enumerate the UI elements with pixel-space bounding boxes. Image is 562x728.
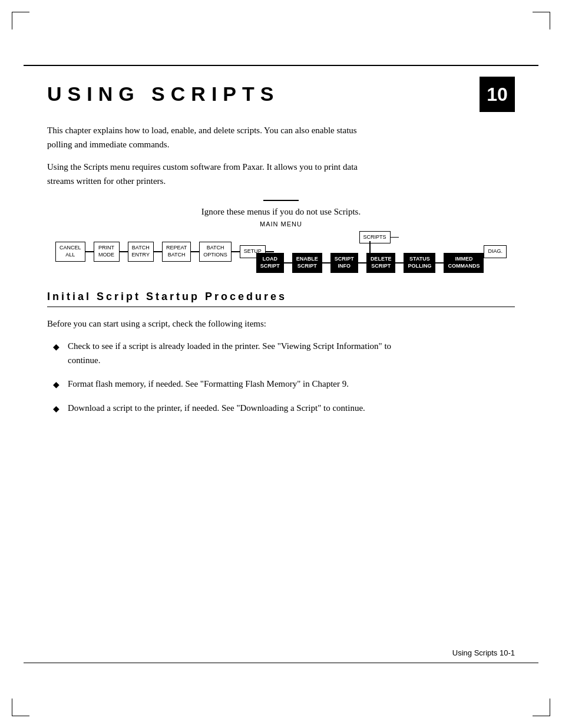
menu-box-immed-commands: IMMEDCOMMANDS — [444, 253, 484, 272]
corner-mark-tl — [12, 12, 29, 29]
corner-mark-tr — [533, 12, 550, 29]
connector-h — [191, 251, 199, 252]
connector-h — [232, 251, 240, 252]
footer-text: Using Scripts 10-1 — [452, 648, 515, 657]
menu-item-cancel-all: CANCELALL — [55, 242, 94, 261]
main-content: USING SCRIPTS This chapter explains how … — [47, 65, 515, 416]
bullet-text-1: Check to see if a script is already load… — [68, 339, 418, 367]
connector-h — [266, 251, 274, 252]
bullet-text-3: Download a script to the printer, if nee… — [68, 401, 365, 415]
connector-h — [120, 251, 128, 252]
bullet-list: ◆ Check to see if a script is already lo… — [53, 339, 515, 416]
ignore-notice: Ignore these menus if you do not use Scr… — [47, 207, 515, 217]
connector-h — [284, 262, 292, 263]
menu-item-print-mode: PRINTMODE — [94, 242, 128, 261]
menu-box-print-mode: PRINTMODE — [94, 242, 120, 261]
menu-diagram: MAIN MENU CANCELALL PRINTMODE BATCHENTRY — [47, 220, 515, 273]
list-item: ◆ Format flash memory, if needed. See "F… — [53, 377, 418, 391]
bullet-icon-2: ◆ — [53, 378, 59, 391]
bullet-icon-3: ◆ — [53, 403, 59, 416]
list-item: ◆ Check to see if a script is already lo… — [53, 339, 418, 367]
connector-h — [358, 262, 366, 263]
hrule-bottom — [24, 663, 538, 664]
menu-box-enable-script: ENABLESCRIPT — [292, 253, 322, 272]
menu-box-delete-script: DELETESCRIPT — [366, 253, 396, 272]
list-item: ◆ Download a script to the printer, if n… — [53, 401, 418, 416]
section-heading: Initial Script Startup Procedures — [47, 291, 515, 303]
hrule-top — [24, 65, 538, 66]
connector-h — [85, 251, 94, 252]
chapter-box: 10 — [480, 77, 515, 112]
connector-h — [435, 262, 444, 263]
section-divider — [47, 307, 515, 308]
menu-item-scripts: SCRIPTS — [359, 231, 399, 244]
menu-item-immed-commands: IMMEDCOMMANDS — [444, 253, 484, 272]
short-divider — [263, 200, 299, 201]
menu-item-batch-options: BATCHOPTIONS — [199, 242, 240, 261]
menu-box-cancel-all: CANCELALL — [55, 242, 85, 261]
connector-h — [154, 251, 162, 252]
v-connector — [369, 241, 371, 253]
menu-box-load-script: LOADSCRIPT — [256, 253, 284, 272]
menu-item-enable-script: ENABLESCRIPT — [292, 253, 330, 272]
menu-box-diag: DIAG. — [484, 245, 507, 258]
main-menu-label: MAIN MENU — [260, 220, 302, 228]
intro-paragraph-1: This chapter explains how to load, enabl… — [47, 123, 377, 151]
chapter-number: 10 — [487, 84, 508, 106]
menu-box-script-info: SCRIPTINFO — [330, 253, 358, 272]
menu-item-script-info: SCRIPTINFO — [330, 253, 366, 272]
menu-box-status-polling: STATUSPOLLING — [404, 253, 435, 272]
connector-h — [322, 262, 330, 263]
menu-box-batch-entry: BATCHENTRY — [128, 242, 154, 261]
corner-mark-br — [533, 699, 550, 716]
sub-menu-row: LOADSCRIPT ENABLESCRIPT SCRIPTINFO — [256, 253, 484, 272]
bullet-icon-1: ◆ — [53, 341, 59, 354]
section-intro: Before you can start using a script, che… — [47, 317, 377, 331]
connector-h — [395, 262, 404, 263]
intro-paragraph-2: Using the Scripts menu requires custom s… — [47, 160, 377, 188]
scripts-group: SCRIPTS LOADSCRIPT — [274, 231, 484, 273]
page-title: USING SCRIPTS — [47, 83, 515, 106]
menu-item-diag: DIAG. — [484, 245, 507, 258]
connector-h — [391, 237, 399, 238]
bullet-text-2: Format flash memory, if needed. See "For… — [68, 377, 349, 391]
menu-item-delete-script: DELETESCRIPT — [366, 253, 404, 272]
menu-item-batch-entry: BATCHENTRY — [128, 242, 162, 261]
menu-item-status-polling: STATUSPOLLING — [404, 253, 444, 272]
menu-box-batch-options: BATCHOPTIONS — [199, 242, 232, 261]
menu-box-repeat-batch: REPEATBATCH — [162, 242, 191, 261]
menu-top-row: CANCELALL PRINTMODE BATCHENTRY REPEATBAT… — [55, 231, 507, 273]
corner-mark-bl — [12, 699, 29, 716]
page: 10 USING SCRIPTS This chapter explains h… — [0, 0, 562, 728]
menu-item-load-script: LOADSCRIPT — [256, 253, 292, 272]
menu-item-repeat-batch: REPEATBATCH — [162, 242, 199, 261]
menu-box-scripts: SCRIPTS — [359, 231, 391, 244]
footer: Using Scripts 10-1 — [452, 648, 515, 657]
